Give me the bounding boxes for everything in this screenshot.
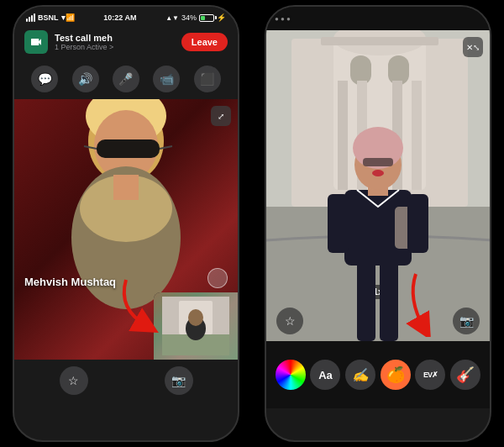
self-view-bg (154, 292, 238, 360)
self-view-thumbnail-left (154, 292, 238, 360)
carrier-label: BSNL (38, 13, 59, 22)
carrier-info: BSNL ▾📶 (26, 13, 75, 22)
expand-button-left[interactable]: ⤢ (211, 106, 231, 126)
svg-rect-37 (363, 158, 393, 166)
svg-rect-8 (113, 175, 139, 200)
battery-info: ▲▼ 34% ⚡ (165, 13, 226, 22)
svg-rect-19 (350, 55, 371, 85)
svg-rect-20 (388, 55, 409, 85)
signal-right-icon: ▲▼ (165, 14, 179, 22)
call-subtitle: 1 Person Active > (55, 43, 113, 51)
svg-rect-31 (328, 194, 349, 253)
star-button-left[interactable]: ☆ (60, 366, 88, 395)
photo-button-right[interactable]: 📷 (453, 308, 480, 334)
phone-left: BSNL ▾📶 10:22 AM ▲▼ 34% ⚡ (13, 5, 239, 442)
right-video-background: ✕⤡ 1x ☆ 📷 (266, 30, 490, 341)
svg-rect-27 (357, 257, 375, 341)
call-header: Test call meh 1 Person Active > Leave (14, 25, 238, 59)
wifi-icon: ▾📶 (61, 13, 75, 22)
main-video-right: ✕⤡ 1x ☆ 📷 (266, 30, 490, 341)
svg-point-13 (188, 309, 203, 326)
speaker-button[interactable]: 🔊 (72, 66, 99, 92)
mute-button[interactable]: 🎤 (113, 66, 139, 92)
star-button-right[interactable]: ☆ (276, 308, 303, 334)
signal-icon (26, 13, 35, 22)
svg-point-36 (372, 170, 384, 176)
video-camera-icon (29, 35, 43, 49)
right-top-bar: ● ● ● (266, 7, 490, 30)
record-indicator (207, 268, 228, 288)
lightning-icon: ⚡ (217, 13, 226, 22)
main-container: BSNL ▾📶 10:22 AM ▲▼ 34% ⚡ (0, 0, 504, 447)
text-effect[interactable]: Aa (310, 360, 340, 390)
expand-button-right[interactable]: ✕⤡ (463, 37, 483, 57)
battery-fill (201, 16, 205, 20)
camera-button[interactable]: 📹 (153, 66, 180, 92)
effects-bar: Aa ✍ 🍊 EV✗ 🎸 (266, 341, 490, 408)
svg-rect-32 (407, 194, 428, 253)
facetime-icon (24, 30, 48, 54)
right-status-placeholder: ● ● ● (275, 15, 291, 23)
photo-button-left[interactable]: 📷 (165, 366, 193, 395)
music-effect[interactable]: 🎸 (450, 360, 480, 390)
call-text: Test call meh 1 Person Active > (55, 33, 113, 51)
red-arrow-right (386, 270, 454, 337)
phone-right: ● ● ● (265, 5, 491, 442)
self-view-person (162, 297, 229, 355)
bottom-tools-left: ☆ 📷 (14, 360, 238, 402)
call-title: Test call meh (55, 33, 113, 43)
battery-pct-label: 34% (181, 13, 197, 22)
time-left: 10:22 AM (103, 13, 136, 22)
script-effect[interactable]: ✍ (345, 360, 375, 390)
chat-button[interactable]: 💬 (31, 66, 58, 92)
screen-share-button[interactable]: ⬛ (194, 66, 221, 92)
main-video-left: ⤢ Mehvish Mushtaq (14, 99, 238, 360)
svg-rect-3 (97, 139, 160, 158)
status-bar-left: BSNL ▾📶 10:22 AM ▲▼ 34% ⚡ (14, 7, 238, 25)
color-wheel-effect[interactable] (276, 360, 306, 390)
svg-rect-25 (321, 37, 438, 45)
person-name-label: Mehvish Mushtaq (24, 276, 116, 288)
battery-icon (199, 14, 214, 22)
call-controls: 💬 🔊 🎤 📹 ⬛ (14, 59, 238, 99)
call-info: Test call meh 1 Person Active > (24, 30, 113, 54)
leave-button[interactable]: Leave (181, 33, 228, 51)
sticker-effect[interactable]: 🍊 (381, 360, 411, 390)
ev-effect[interactable]: EV✗ (415, 360, 445, 390)
